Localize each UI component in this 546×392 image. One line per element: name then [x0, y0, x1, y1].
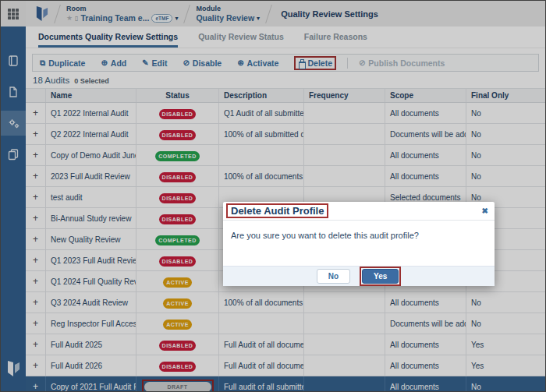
dialog-message: Are you sure you want to delete this aud…	[223, 221, 495, 266]
modal-overlay	[1, 1, 545, 391]
dialog-footer: No Yes	[223, 266, 495, 286]
app-window: Room ★ ▯ Training Team e... eTMF ▾ Modul…	[0, 0, 546, 392]
delete-audit-profile-dialog: Delete Audit Profile ✖ Are you sure you …	[223, 202, 495, 286]
dialog-header: Delete Audit Profile ✖	[223, 202, 495, 221]
dialog-title-annotation: Delete Audit Profile	[226, 203, 328, 218]
no-button[interactable]: No	[317, 269, 350, 284]
yes-button-annotation: Yes	[360, 267, 401, 286]
dialog-close-button[interactable]: ✖	[482, 207, 488, 215]
yes-button[interactable]: Yes	[362, 269, 399, 284]
dialog-title: Delete Audit Profile	[231, 205, 324, 217]
